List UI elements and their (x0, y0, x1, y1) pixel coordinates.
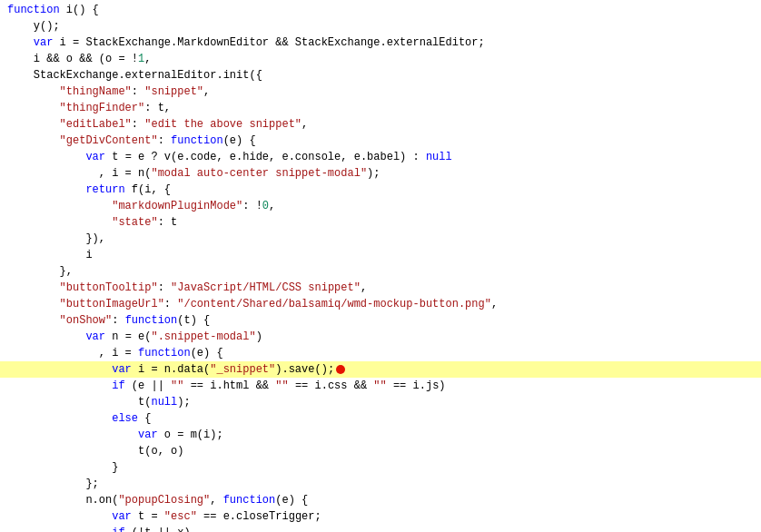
code-line-2: y(); (0, 18, 761, 34)
code-line-17: }, (0, 263, 761, 280)
code-line-25: t(null); (0, 394, 761, 410)
code-line-19: "buttonImageUrl": "/content/Shared/balsa… (0, 296, 761, 312)
code-line-8: "editLabel": "edit the above snippet", (0, 116, 761, 133)
code-line-28: t(o, o) (0, 443, 761, 459)
error-indicator (336, 365, 345, 374)
code-line-10: var t = e ? v(e.code, e.hide, e.console,… (0, 149, 761, 165)
code-line-16: i (0, 247, 761, 263)
code-line-1: function i() { (0, 2, 761, 18)
code-line-11: , i = n("modal auto-center snippet-modal… (0, 165, 761, 182)
code-line-5: StackExchange.externalEditor.init({ (0, 67, 761, 84)
code-line-33: if (!t || x) (0, 525, 761, 532)
code-line-32: var t = "esc" == e.closeTrigger; (0, 508, 761, 525)
code-line-14: "state": t (0, 214, 761, 231)
code-line-7: "thingFinder": t, (0, 100, 761, 116)
code-line-18: "buttonTooltip": "JavaScript/HTML/CSS sn… (0, 280, 761, 296)
code-line-27: var o = m(i); (0, 427, 761, 443)
code-line-21: var n = e(".snippet-modal") (0, 329, 761, 345)
code-line-15: }), (0, 231, 761, 247)
code-line-29: } (0, 459, 761, 476)
code-line-23: var i = n.data("_snippet").save(); (0, 361, 761, 378)
code-line-31: n.on("popupClosing", function(e) { (0, 492, 761, 508)
code-line-20: "onShow": function(t) { (0, 312, 761, 329)
code-line-30: }; (0, 476, 761, 492)
code-line-3: var i = StackExchange.MarkdownEditor && … (0, 34, 761, 51)
code-line-26: else { (0, 410, 761, 427)
code-line-4: i && o && (o = !1, (0, 51, 761, 67)
code-line-13: "markdownPluginMode": !0, (0, 198, 761, 214)
code-line-12: return f(i, { (0, 182, 761, 198)
code-editor: function i() { y(); var i = StackExchang… (0, 0, 761, 532)
code-line-6: "thingName": "snippet", (0, 84, 761, 100)
code-line-9: "getDivContent": function(e) { (0, 133, 761, 149)
code-line-22: , i = function(e) { (0, 345, 761, 361)
code-line-24: if (e || "" == i.html && "" == i.css && … (0, 378, 761, 394)
